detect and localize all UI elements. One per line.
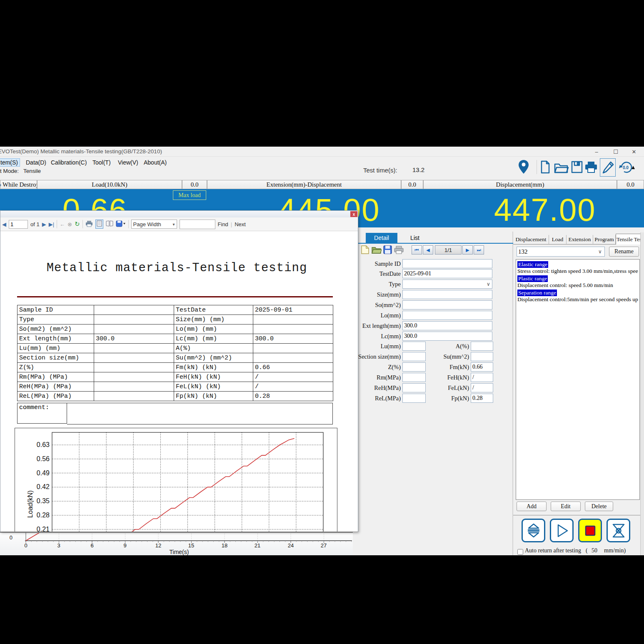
export-save-icon[interactable] — [116, 220, 126, 228]
start-test-button[interactable] — [550, 519, 574, 542]
range-name[interactable]: Elastic range — [517, 261, 548, 268]
return-button[interactable] — [607, 519, 630, 542]
search-input[interactable] — [180, 220, 215, 229]
table-cell: 0.66 — [253, 363, 333, 372]
delete-button[interactable]: Delete — [585, 502, 613, 511]
page-number-input[interactable] — [9, 220, 28, 229]
range-desc: Stress control: tighten speed 3.00 mm/mi… — [517, 268, 638, 275]
stop-test-button[interactable] — [578, 519, 602, 542]
first-page-icon[interactable]: ◀ — [2, 221, 6, 227]
menu-system[interactable]: tem(S) — [0, 158, 20, 167]
z-percent-input[interactable] — [402, 362, 426, 372]
edit-button[interactable]: Edit — [551, 502, 581, 511]
reset-zero-icon[interactable]: 0.0 — [617, 160, 636, 177]
so-input[interactable] — [402, 300, 492, 310]
save-icon[interactable] — [571, 160, 583, 175]
location-pin-icon[interactable] — [518, 159, 529, 177]
last-page-icon[interactable]: ▶| — [49, 221, 54, 227]
menu-calibration[interactable]: Calibration(C) — [49, 158, 88, 167]
lo-input[interactable] — [402, 311, 492, 320]
auto-return-checkbox[interactable] — [517, 549, 523, 555]
range-name[interactable]: Plastic range — [517, 275, 548, 282]
menu-about[interactable]: About(A) — [142, 158, 168, 167]
table-cell — [94, 363, 174, 372]
zoom-select[interactable]: Page Width▾ — [131, 220, 177, 229]
field-label: Z(%) — [359, 364, 401, 371]
fel-input[interactable] — [471, 383, 493, 392]
section-size-input[interactable] — [402, 352, 426, 361]
tab-detail[interactable]: Detail — [366, 233, 397, 243]
range-name[interactable]: Separation range — [517, 290, 557, 296]
record-print-icon[interactable] — [394, 246, 404, 256]
fp-input[interactable] — [471, 394, 493, 403]
ext-length-input[interactable] — [402, 321, 492, 330]
speed-open: ( — [586, 547, 588, 554]
back-icon[interactable]: ← — [60, 221, 65, 227]
a-percent-input[interactable] — [471, 342, 493, 351]
edit-pencil-icon[interactable] — [600, 158, 616, 177]
fm-input[interactable] — [471, 362, 493, 372]
sample-id-input[interactable] — [402, 259, 492, 268]
comment-label: comment: — [17, 403, 67, 424]
minimize-button[interactable]: – — [590, 147, 603, 156]
menu-view[interactable]: View(V) — [116, 158, 140, 167]
field-label: Fm(kN) — [429, 364, 469, 371]
type-combobox[interactable] — [402, 280, 492, 289]
tab-list[interactable]: List — [397, 233, 432, 243]
tab-displacement[interactable]: Displacement — [513, 235, 549, 245]
table-cell: Size(mm) (mm) — [174, 315, 253, 324]
print-icon[interactable] — [584, 161, 598, 175]
record-next-button[interactable]: ▶ — [462, 245, 473, 255]
status-load-value: 0.0 — [182, 180, 207, 189]
stop-refresh-icon[interactable]: ⊗ — [67, 221, 72, 227]
open-folder-icon[interactable] — [554, 161, 569, 176]
tab-load[interactable]: Load — [549, 235, 567, 245]
report-print-icon[interactable] — [85, 220, 93, 228]
rm-input[interactable] — [402, 373, 426, 382]
feh-input[interactable] — [471, 373, 493, 382]
preset-combobox[interactable]: 132 — [517, 247, 605, 257]
new-file-icon[interactable] — [540, 160, 551, 176]
add-button[interactable]: Add — [517, 502, 547, 511]
tab-extension[interactable]: Extension — [567, 235, 593, 245]
status-displacement-value: 0.0 — [617, 180, 644, 189]
su-input[interactable] — [471, 352, 493, 361]
maximize-button[interactable]: ☐ — [609, 147, 622, 156]
menu-tool[interactable]: Tool(T) — [91, 158, 112, 167]
status-extension-value: 0.0 — [401, 180, 423, 189]
lu-input[interactable] — [402, 342, 426, 351]
refresh-icon[interactable]: ↻ — [75, 220, 80, 228]
record-first-button[interactable]: ⏮ — [412, 245, 422, 255]
jog-updown-button[interactable] — [522, 519, 545, 542]
record-save-icon[interactable] — [383, 245, 392, 256]
record-new-icon[interactable] — [361, 245, 369, 256]
table-cell: Fp(kN) (kN) — [174, 392, 253, 401]
reh-input[interactable] — [402, 383, 426, 392]
size-input[interactable] — [402, 290, 492, 299]
print-layout-icon[interactable] — [95, 220, 103, 229]
max-load-badge[interactable]: Max load — [173, 190, 206, 200]
test-date-input[interactable] — [402, 269, 492, 278]
x-tick: 6 — [86, 542, 98, 549]
tab-program[interactable]: Program — [593, 235, 616, 245]
range-desc: Displacement control:5mm/min per second … — [517, 296, 638, 303]
rename-button[interactable]: Rename — [609, 247, 639, 257]
tab-tensile-test[interactable]: Tensile Test — [616, 234, 644, 245]
lc-input[interactable] — [402, 332, 492, 341]
record-last-button[interactable]: ⏭ — [474, 245, 484, 255]
page-setup-icon[interactable] — [106, 220, 113, 228]
next-button[interactable]: Next — [235, 221, 246, 227]
menu-data[interactable]: Data(D) — [24, 158, 48, 167]
record-prev-button[interactable]: ◀ — [423, 245, 433, 255]
rel-input[interactable] — [402, 394, 426, 403]
record-open-icon[interactable] — [372, 246, 382, 256]
chevron-down-icon: ▾ — [173, 222, 175, 227]
find-button[interactable]: Find — [218, 221, 228, 227]
next-page-icon[interactable]: ▶ — [42, 221, 46, 227]
range-listbox[interactable]: Elastic range Stress control: tighten sp… — [516, 259, 640, 500]
panel-divider — [512, 232, 513, 555]
report-close-button[interactable]: x — [350, 211, 357, 217]
scrollbar[interactable] — [640, 232, 644, 555]
close-button[interactable]: ✕ — [627, 147, 641, 156]
range-desc: Displacement control: speed 5.00 mm/min — [517, 282, 638, 289]
